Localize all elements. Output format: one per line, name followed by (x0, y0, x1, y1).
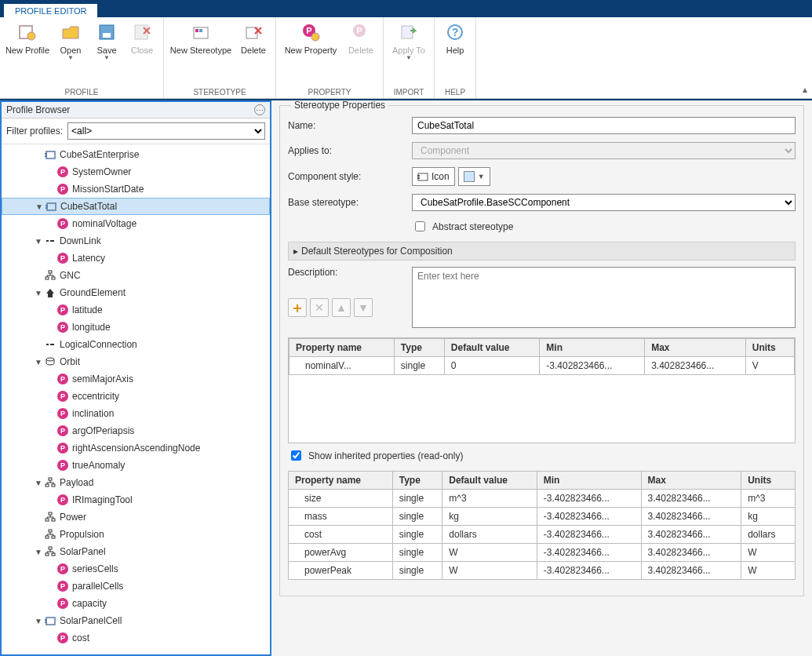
svg-rect-71 (418, 173, 428, 180)
table-cell: -3.402823466... (537, 526, 641, 544)
collapse-ribbon-icon[interactable]: ▴ (803, 84, 807, 95)
help-button[interactable]: ? Help (439, 20, 471, 57)
new-profile-button[interactable]: New Profile (5, 20, 50, 57)
tree-item[interactable]: PargOfPeriapsis (2, 422, 270, 439)
table-row[interactable]: powerPeaksingleW-3.402823466...3.4028234… (289, 562, 796, 580)
delete-stereotype-button[interactable]: Delete (236, 20, 271, 57)
column-header[interactable]: Min (540, 339, 645, 357)
component-style-icon-select[interactable]: Icon (412, 167, 455, 186)
tree-item[interactable]: Power (2, 508, 270, 526)
table-cell: V (745, 357, 794, 375)
apply-to-button[interactable]: Apply To ▼ (388, 20, 429, 63)
name-input[interactable] (412, 117, 796, 134)
delete-property-button[interactable]: P Delete (344, 20, 378, 57)
tree-item[interactable]: PseriesCells (2, 560, 270, 578)
tree-item-label: seriesCells (72, 563, 118, 574)
tree-item-label: trueAnomaly (72, 460, 125, 471)
profile-tree[interactable]: CubeSatEnterprisePSystemOwnerPMissionSta… (2, 144, 270, 654)
component-icon (417, 171, 428, 182)
move-down-button[interactable]: ▼ (354, 298, 373, 317)
tree-item[interactable]: PrightAscensionAscendingNode (2, 439, 270, 457)
remove-property-button[interactable]: ✕ (310, 298, 329, 317)
svg-rect-54 (49, 530, 52, 532)
tree-item[interactable]: ▼GroundElement (2, 284, 270, 301)
column-header[interactable]: Units (745, 339, 794, 357)
p-icon: P (56, 597, 69, 610)
tree-item[interactable]: ▼Orbit (2, 353, 270, 370)
tree-item[interactable]: PMissionStartDate (2, 180, 270, 198)
column-header[interactable]: Min (537, 472, 641, 490)
ribbon-group-label: PROFILE (5, 87, 158, 97)
table-cell: dollars (442, 526, 537, 544)
table-row[interactable]: sizesinglem^3-3.402823466...3.402823466.… (289, 490, 796, 508)
tree-item[interactable]: Pcapacity (2, 595, 270, 612)
tree-item[interactable]: PLatency (2, 250, 270, 267)
tree-item[interactable]: LogicalConnection (2, 336, 270, 353)
component-style-color-select[interactable]: ▼ (458, 167, 490, 186)
tree-item[interactable]: PSystemOwner (2, 163, 270, 180)
close-button[interactable]: Close (126, 20, 158, 57)
column-header[interactable]: Max (645, 339, 746, 357)
tree-item[interactable]: Pcost (2, 629, 270, 647)
tree-item-label: Orbit (60, 356, 80, 367)
tab-profile-editor[interactable]: PROFILE EDITOR (3, 3, 98, 18)
twisty-icon: ▼ (33, 617, 44, 625)
filter-profiles-select[interactable]: <all> (67, 122, 265, 140)
tree-item[interactable]: Plongitude (2, 319, 270, 336)
tree-item-label: SolarPanel (60, 546, 106, 557)
tree-item[interactable]: ▼DownLink (2, 232, 270, 250)
tree-item[interactable]: PparallelCells (2, 578, 270, 595)
default-stereotypes-section[interactable]: ▸ Default Stereotypes for Composition (288, 242, 796, 261)
twisty-icon: ▼ (33, 237, 44, 246)
tree-item[interactable]: CubeSatEnterprise (2, 146, 270, 163)
tree-item[interactable]: PsemiMajorAxis (2, 370, 270, 388)
abstract-stereotype-checkbox[interactable] (415, 221, 425, 231)
table-cell: m^3 (741, 490, 796, 508)
own-properties-table: Property nameTypeDefault valueMinMaxUnit… (288, 337, 796, 443)
show-inherited-checkbox[interactable] (291, 450, 301, 461)
tree-item[interactable]: PnominalVoltage (2, 215, 270, 232)
tree-item[interactable]: ▼CubeSatTotal (2, 198, 270, 215)
tree-item[interactable]: ▼Payload (2, 474, 270, 491)
applies-to-select[interactable]: Component (412, 142, 796, 159)
save-button[interactable]: Save ▼ (91, 20, 122, 63)
tree-item[interactable]: Pinclination (2, 405, 270, 422)
open-button[interactable]: Open ▼ (53, 20, 88, 63)
tree-item-label: CubeSatTotal (60, 201, 117, 212)
column-header[interactable]: Property name (289, 472, 393, 490)
svg-rect-22 (45, 153, 47, 155)
column-header[interactable]: Property name (289, 339, 395, 357)
tree-item[interactable]: ▼SolarPanel (2, 543, 270, 560)
tree-item[interactable]: Platitude (2, 301, 270, 319)
column-header[interactable]: Default value (444, 339, 539, 357)
tree-item-label: Latency (72, 253, 105, 264)
column-header[interactable]: Default value (442, 472, 537, 490)
inherited-properties-table: Property nameTypeDefault valueMinMaxUnit… (288, 471, 796, 580)
panel-title: Profile Browser (6, 104, 70, 115)
move-up-button[interactable]: ▲ (332, 298, 351, 317)
table-row[interactable]: powerAvgsingleW-3.402823466...3.40282346… (289, 544, 796, 562)
svg-rect-31 (52, 277, 55, 279)
column-header[interactable]: Type (392, 472, 442, 490)
table-row[interactable]: nominalV...single0-3.402823466...3.40282… (289, 357, 795, 375)
table-row[interactable]: costsingledollars-3.402823466...3.402823… (289, 526, 796, 544)
tree-item[interactable]: Propulsion (2, 526, 270, 543)
column-header[interactable]: Type (394, 339, 444, 357)
column-header[interactable]: Units (741, 472, 796, 490)
svg-rect-62 (46, 553, 49, 556)
column-header[interactable]: Max (641, 472, 741, 490)
tree-item[interactable]: PtrueAnomaly (2, 457, 270, 474)
p-icon: P (56, 217, 69, 230)
base-stereotype-select[interactable]: CubeSatProfile.BaseSCComponent (412, 194, 796, 211)
tree-item[interactable]: Peccentricity (2, 388, 270, 405)
twisty-icon: ▼ (34, 202, 45, 211)
panel-menu-icon[interactable]: ⋯ (254, 104, 265, 115)
tree-item[interactable]: PIRImagingTool (2, 491, 270, 508)
add-property-button[interactable]: ＋ (288, 298, 307, 317)
tree-item[interactable]: ▼SolarPanelCell (2, 612, 270, 629)
table-row[interactable]: masssinglekg-3.402823466...3.402823466..… (289, 508, 796, 526)
new-stereotype-button[interactable]: New Stereotype (169, 20, 233, 57)
new-property-button[interactable]: P New Property (281, 20, 340, 57)
description-textarea[interactable] (412, 267, 796, 328)
tree-item[interactable]: GNC (2, 267, 270, 284)
